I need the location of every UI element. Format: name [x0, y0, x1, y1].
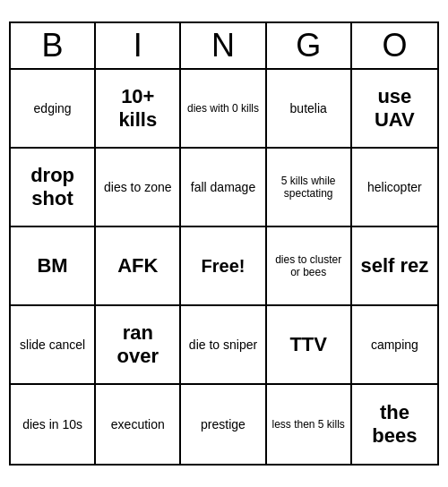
header-letter: N — [181, 23, 266, 68]
header-letter: I — [96, 23, 181, 68]
bingo-cell-7: fall damage — [181, 149, 266, 227]
bingo-cell-16: ran over — [96, 306, 181, 385]
bingo-cell-23: less then 5 kills — [267, 385, 352, 464]
bingo-cell-9: helicopter — [352, 149, 437, 227]
bingo-cell-14: self rez — [352, 227, 437, 306]
bingo-cell-15: slide cancel — [11, 306, 96, 385]
bingo-cell-0: edging — [11, 70, 96, 149]
bingo-header: BINGO — [11, 23, 437, 70]
bingo-cell-3: butelia — [267, 70, 352, 149]
bingo-cell-24: the bees — [352, 385, 437, 464]
bingo-cell-5: drop shot — [11, 149, 96, 227]
bingo-cell-1: 10+ kills — [96, 70, 181, 149]
bingo-cell-13: dies to cluster or bees — [267, 227, 352, 306]
bingo-cell-21: execution — [96, 385, 181, 464]
bingo-cell-20: dies in 10s — [11, 385, 96, 464]
bingo-cell-8: 5 kills while spectating — [267, 149, 352, 227]
bingo-card: BINGO edging10+ killsdies with 0 killsbu… — [9, 21, 439, 466]
bingo-cell-12: Free! — [181, 227, 266, 306]
header-letter: O — [352, 23, 437, 68]
header-letter: G — [267, 23, 352, 68]
bingo-cell-19: camping — [352, 306, 437, 385]
bingo-cell-17: die to sniper — [181, 306, 266, 385]
bingo-grid: edging10+ killsdies with 0 killsbuteliau… — [11, 70, 437, 464]
bingo-cell-10: BM — [11, 227, 96, 306]
bingo-cell-2: dies with 0 kills — [181, 70, 266, 149]
header-letter: B — [11, 23, 96, 68]
bingo-cell-22: prestige — [181, 385, 266, 464]
bingo-cell-4: use UAV — [352, 70, 437, 149]
bingo-cell-18: TTV — [267, 306, 352, 385]
bingo-cell-6: dies to zone — [96, 149, 181, 227]
bingo-cell-11: AFK — [96, 227, 181, 306]
